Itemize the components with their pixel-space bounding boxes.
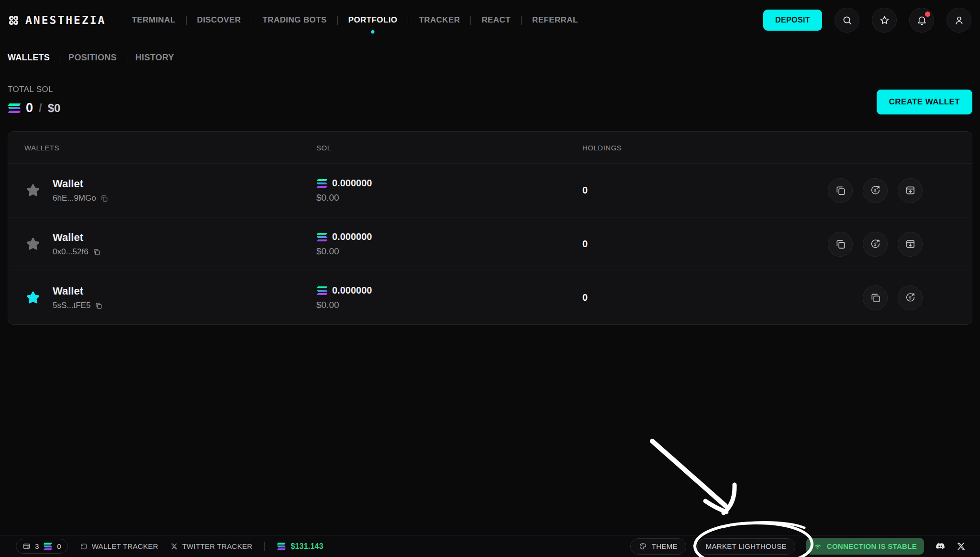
wallet-star-icon[interactable] [24,236,42,253]
solana-icon [316,233,328,241]
brand-flower-icon [8,14,20,26]
sol-price: $131.143 [277,542,323,551]
palette-icon [639,542,647,550]
wallet-tracker-button[interactable]: WALLET TRACKER [80,542,158,550]
notifications-button[interactable] [909,8,934,33]
nav-discover[interactable]: DISCOVER [197,11,241,30]
nav-separator [470,16,471,25]
bell-icon [916,15,927,26]
star-icon [879,15,890,26]
annotation-arrow-shaft [652,441,725,506]
nav-separator [337,16,338,25]
brand[interactable]: ANESTHEZIA [8,14,106,26]
solana-icon [43,543,53,550]
wallet-sol-balance: 0.000000 [332,285,372,296]
wallet-sol-balance: 0.000000 [332,178,372,189]
annotation-arrow-barb [705,501,726,512]
wallet-sol-balance: 0.000000 [332,231,372,242]
deposit-button[interactable]: DEPOSIT [763,10,822,31]
solana-icon [316,286,328,295]
wallet-tracker-label: WALLET TRACKER [92,542,158,550]
wallet-star-icon[interactable] [24,182,42,199]
wallet-name: Wallet [53,231,100,244]
wallets-table: WALLETS SOL HOLDINGS Wallet 6hE...9MGo [8,131,972,325]
svg-text:$: $ [874,188,876,193]
nav-tracker[interactable]: TRACKER [419,11,460,30]
copy-address-icon[interactable] [93,248,100,256]
solana-icon [8,103,21,113]
nav-trading-bots[interactable]: TRADING BOTS [263,11,327,30]
market-lighthouse-button[interactable]: MARKET LIGHTHOUSE [697,538,795,555]
nav-separator [521,16,522,25]
nav-referral[interactable]: REFERRAL [532,11,578,30]
twitter-tracker-label: TWITTER TRACKER [182,542,253,550]
wallet-star-icon[interactable] [24,289,42,307]
wallet-icon [22,542,31,550]
main-menu: TERMINAL DISCOVER TRADING BOTS PORTFOLIO… [132,11,578,30]
wallet-usd-balance: $0.00 [316,246,582,257]
refresh-dollar-icon: $ [905,292,916,303]
table-row[interactable]: Wallet 6hE...9MGo 0.000000 $0.00 0 [8,163,972,217]
table-header: WALLETS SOL HOLDINGS [8,132,972,163]
wallet-holdings: 0 [582,292,863,303]
subnav-separator [126,53,126,63]
sol-price-value: $131.143 [290,542,323,551]
total-sol-amount: 0 [26,101,33,115]
refresh-balance-button[interactable]: $ [863,232,888,257]
nav-separator [408,16,408,25]
nav-portfolio[interactable]: PORTFOLIO [348,11,398,30]
active-tab-dot [371,30,375,34]
create-wallet-button[interactable]: CREATE WALLET [877,90,972,114]
account-button[interactable] [947,8,971,33]
wallet-name: Wallet [53,285,102,297]
copy-icon [835,239,846,250]
wallet-address: 0x0...52f6 [53,247,89,257]
twitter-tracker-button[interactable]: TWITTER TRACKER [170,542,253,550]
table-row[interactable]: Wallet 0x0...52f6 0.000000 $0.00 0 [8,217,972,271]
favorites-button[interactable] [872,8,897,33]
copy-address-icon[interactable] [95,302,102,309]
connection-status-label: CONNECTION IS STABLE [827,542,917,550]
tab-history[interactable]: HISTORY [135,53,174,63]
deposit-to-wallet-button[interactable] [898,232,923,257]
wallet-count: 3 [35,542,39,550]
table-row[interactable]: Wallet 5sS...tFE5 0.000000 $0.00 0 [8,271,972,324]
wallet-usd-balance: $0.00 [316,300,582,310]
copy-wallet-button[interactable] [863,285,888,310]
top-navbar: ANESTHEZIA TERMINAL DISCOVER TRADING BOT… [0,0,980,40]
total-sol-summary: TOTAL SOL 0 / $0 CREATE WALLET [8,85,972,115]
col-wallets: WALLETS [24,144,316,152]
nav-react[interactable]: REACT [481,11,511,30]
solana-icon [316,179,328,188]
total-usd-amount: $0 [48,102,61,115]
discord-link[interactable] [935,541,946,552]
box-arrow-down-icon [905,185,916,196]
connection-status-badge: CONNECTION IS STABLE [806,538,924,555]
refresh-balance-button[interactable]: $ [898,285,923,310]
search-button[interactable] [835,8,859,33]
wallet-count-pill[interactable]: 3 0 [16,539,68,554]
wallet-name: Wallet [53,178,108,190]
wallet-address: 6hE...9MGo [53,193,96,203]
total-sol-label: TOTAL SOL [8,85,60,94]
x-logo-icon [170,543,178,550]
col-holdings: HOLDINGS [582,144,956,152]
x-link[interactable] [957,542,966,551]
tab-positions[interactable]: POSITIONS [68,53,117,63]
refresh-dollar-icon: $ [870,239,881,250]
copy-icon [870,292,881,303]
copy-wallet-button[interactable] [828,178,853,203]
wallet-holdings: 0 [582,239,828,250]
copy-address-icon[interactable] [100,194,108,202]
refresh-balance-button[interactable]: $ [863,178,888,203]
deposit-to-wallet-button[interactable] [898,178,923,203]
x-logo-icon [957,542,966,551]
tab-wallets[interactable]: WALLETS [8,53,50,63]
theme-button[interactable]: THEME [630,538,686,555]
notification-badge [925,11,930,17]
sol-count: 0 [57,542,61,550]
copy-wallet-button[interactable] [828,232,853,257]
nav-terminal[interactable]: TERMINAL [132,11,175,30]
search-icon [842,15,853,26]
wallet-usd-balance: $0.00 [316,193,582,203]
